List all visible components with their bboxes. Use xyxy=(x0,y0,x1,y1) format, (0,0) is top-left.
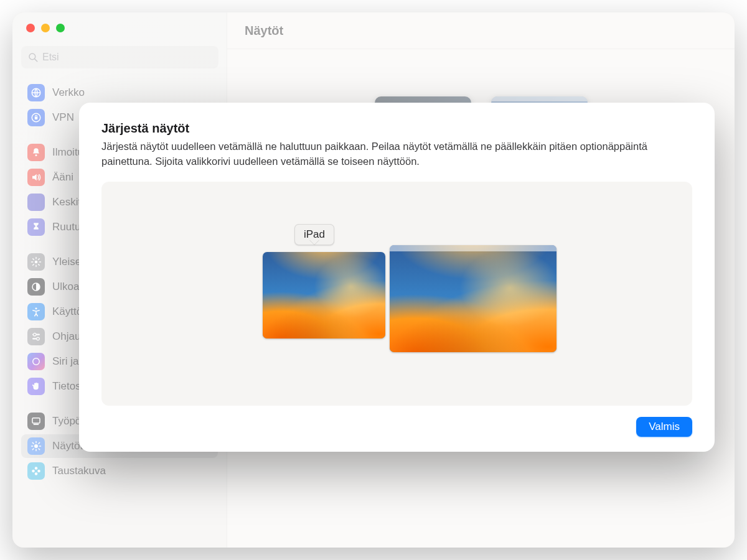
settings-window: Verkko VPN Ilmoitukset Ääni Keski xyxy=(12,12,735,548)
modal-description: Järjestä näytöt uudelleen vetämällä ne h… xyxy=(101,139,692,169)
close-window-button[interactable] xyxy=(26,24,35,32)
arrange-displays-sheet: Järjestä näytöt Järjestä näytöt uudellee… xyxy=(79,103,715,452)
display-tooltip-label: iPad xyxy=(304,228,325,240)
display-tooltip: iPad xyxy=(294,224,334,245)
modal-actions: Valmis xyxy=(101,417,692,437)
window-controls xyxy=(26,24,65,32)
display-arrangement-area[interactable]: iPad xyxy=(101,182,692,406)
minimize-window-button[interactable] xyxy=(41,24,50,32)
zoom-window-button[interactable] xyxy=(56,24,65,32)
done-button[interactable]: Valmis xyxy=(636,417,692,437)
display-ipad[interactable] xyxy=(263,252,385,338)
display-main[interactable] xyxy=(390,245,557,352)
modal-title: Järjestä näytöt xyxy=(101,121,692,136)
